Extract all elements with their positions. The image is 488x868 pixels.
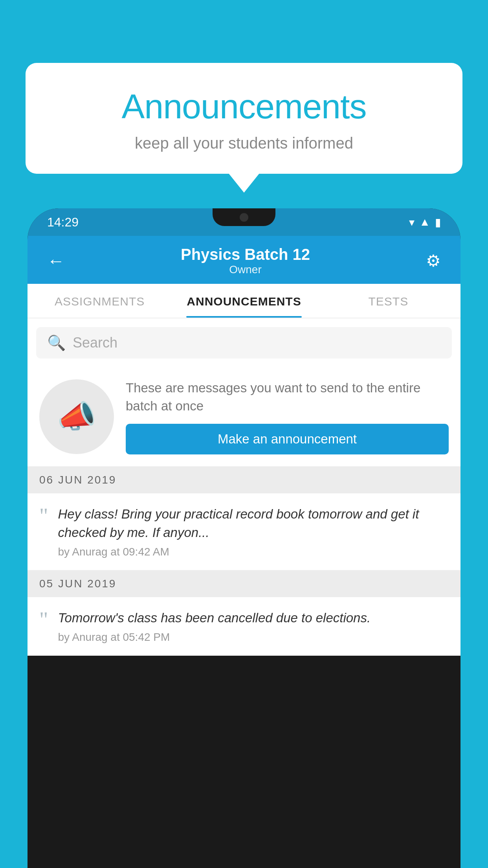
signal-icon: ▲ [419,216,430,228]
announcement-text-2: Tomorrow's class has been cancelled due … [58,609,449,627]
tab-announcements[interactable]: ANNOUNCEMENTS [172,284,316,318]
date-separator-1: 06 JUN 2019 [28,467,460,493]
header-title: Physics Batch 12 [181,246,310,263]
quote-icon-1: " [39,507,48,524]
phone-content: 🔍 Search 📣 These are messages you want t… [28,318,460,656]
bubble-subtitle: keep all your students informed [53,134,435,152]
announcement-meta-1: by Anurag at 09:42 AM [58,546,449,558]
promo-icon-circle: 📣 [39,379,114,454]
date-separator-2: 05 JUN 2019 [28,570,460,597]
phone-frame: 14:29 ▾ ▲ ▮ ← Physics Batch 12 Owner ⚙ A… [28,208,460,868]
header-center: Physics Batch 12 Owner [181,246,310,276]
tab-assignments[interactable]: ASSIGNMENTS [28,284,172,318]
status-icons: ▾ ▲ ▮ [409,216,441,229]
announcement-item-2: " Tomorrow's class has been cancelled du… [28,597,460,656]
status-time: 14:29 [47,215,79,230]
tabs-bar: ASSIGNMENTS ANNOUNCEMENTS TESTS [28,284,460,318]
status-bar: 14:29 ▾ ▲ ▮ [28,208,460,236]
speech-bubble: Announcements keep all your students inf… [26,63,462,174]
header-subtitle: Owner [181,263,310,276]
settings-icon[interactable]: ⚙ [426,251,441,270]
announcement-content-2: Tomorrow's class has been cancelled due … [58,609,449,644]
announcement-meta-2: by Anurag at 05:42 PM [58,631,449,644]
bubble-title: Announcements [53,86,435,127]
search-placeholder: Search [73,335,117,351]
speech-bubble-section: Announcements keep all your students inf… [26,63,462,174]
announcement-item-1: " Hey class! Bring your practical record… [28,493,460,570]
wifi-icon: ▾ [409,216,415,229]
announcement-text-1: Hey class! Bring your practical record b… [58,505,449,541]
make-announcement-button[interactable]: Make an announcement [126,424,449,454]
announcement-promo: 📣 These are messages you want to send to… [28,367,460,467]
back-button[interactable]: ← [47,251,65,271]
notch [213,208,275,226]
promo-right: These are messages you want to send to t… [126,379,449,454]
promo-text: These are messages you want to send to t… [126,379,449,415]
battery-icon: ▮ [435,216,441,229]
megaphone-icon: 📣 [57,398,96,435]
notch-camera [240,213,248,222]
quote-icon-2: " [39,611,48,628]
search-bar[interactable]: 🔍 Search [36,327,452,359]
announcement-content-1: Hey class! Bring your practical record b… [58,505,449,558]
search-icon: 🔍 [47,334,66,351]
app-header: ← Physics Batch 12 Owner ⚙ [28,236,460,284]
tab-tests[interactable]: TESTS [316,284,460,318]
